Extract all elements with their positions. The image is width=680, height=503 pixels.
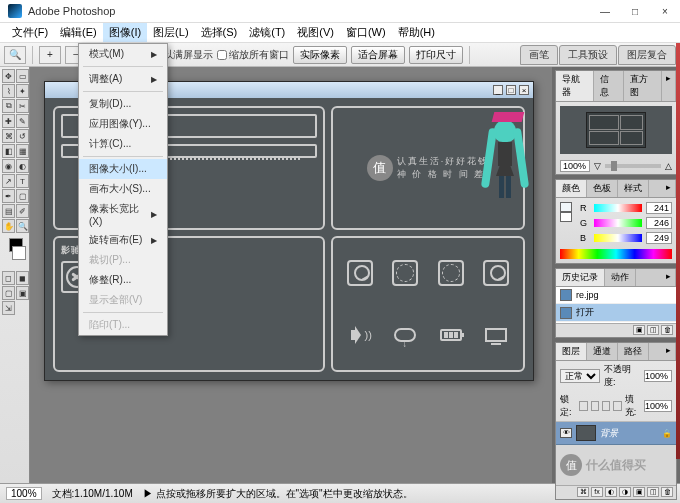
- marquee-tool[interactable]: ▭: [16, 69, 29, 83]
- eraser-tool[interactable]: ◧: [2, 144, 15, 158]
- path-tool[interactable]: ↗: [2, 174, 15, 188]
- minimize-button[interactable]: —: [590, 0, 620, 23]
- eyedropper-tool[interactable]: ✐: [16, 204, 29, 218]
- menu-item[interactable]: 模式(M)▶: [79, 44, 167, 64]
- tab-swatches[interactable]: 色板: [587, 180, 618, 197]
- doc-min-icon[interactable]: _: [493, 85, 503, 95]
- move-tool[interactable]: ✥: [2, 69, 15, 83]
- history-snapshot[interactable]: re.jpg: [556, 287, 676, 304]
- zoom-tool[interactable]: 🔍: [16, 219, 29, 233]
- menu-item[interactable]: 视图(V): [291, 23, 340, 42]
- stamp-tool[interactable]: ⌘: [2, 129, 15, 143]
- doc-max-icon[interactable]: □: [506, 85, 516, 95]
- layer-comps-tab[interactable]: 图层复合: [618, 45, 676, 65]
- menu-item[interactable]: 调整(A)▶: [79, 69, 167, 89]
- tab-color[interactable]: 颜色: [556, 180, 587, 197]
- lasso-tool[interactable]: ⌇: [2, 84, 15, 98]
- gradient-tool[interactable]: ▦: [16, 144, 29, 158]
- notes-tool[interactable]: ▤: [2, 204, 15, 218]
- new-snapshot-icon[interactable]: ◫: [647, 325, 659, 335]
- opacity-input[interactable]: [644, 370, 672, 382]
- dodge-tool[interactable]: ◐: [16, 159, 29, 173]
- panel-menu-icon[interactable]: ▸: [662, 180, 676, 197]
- menu-item[interactable]: 画布大小(S)...: [79, 179, 167, 199]
- r-value[interactable]: 241: [646, 202, 672, 214]
- trash-icon[interactable]: 🗑: [661, 325, 673, 335]
- pen-tool[interactable]: ✒: [2, 189, 15, 203]
- screen-mode-2[interactable]: ▣: [16, 286, 29, 300]
- wand-tool[interactable]: ✦: [16, 84, 29, 98]
- lock-transparent-icon[interactable]: [579, 401, 587, 411]
- color-swatches[interactable]: [2, 238, 29, 260]
- color-swatch-pair[interactable]: [560, 202, 572, 247]
- screen-mode-1[interactable]: ▢: [2, 286, 15, 300]
- panel-menu-icon[interactable]: ▸: [662, 343, 676, 360]
- color-ramp[interactable]: [560, 249, 672, 259]
- background-color[interactable]: [12, 246, 26, 260]
- print-size-button[interactable]: 打印尺寸: [409, 46, 463, 64]
- blur-tool[interactable]: ◉: [2, 159, 15, 173]
- quickmask-icon[interactable]: ◻: [2, 271, 15, 285]
- mask-icon[interactable]: ◐: [605, 487, 617, 497]
- heal-tool[interactable]: ✚: [2, 114, 15, 128]
- menu-item[interactable]: 旋转画布(E)▶: [79, 230, 167, 250]
- tab-history[interactable]: 历史记录: [556, 269, 605, 286]
- menu-item[interactable]: 选择(S): [195, 23, 244, 42]
- tool-presets-tab[interactable]: 工具预设: [559, 45, 617, 65]
- menu-item[interactable]: 编辑(E): [54, 23, 103, 42]
- trash-icon[interactable]: 🗑: [661, 487, 673, 497]
- menu-item[interactable]: 图像(I): [103, 23, 147, 42]
- zoom-out-icon[interactable]: ▽: [594, 161, 601, 171]
- link-icon[interactable]: ⌘: [577, 487, 589, 497]
- jump-to-icon[interactable]: ⇲: [2, 301, 15, 315]
- menu-item[interactable]: 滤镜(T): [243, 23, 291, 42]
- tab-paths[interactable]: 路径: [618, 343, 649, 360]
- lock-image-icon[interactable]: [591, 401, 599, 411]
- slice-tool[interactable]: ✂: [16, 99, 29, 113]
- tab-channels[interactable]: 通道: [587, 343, 618, 360]
- maximize-button[interactable]: □: [620, 0, 650, 23]
- brushes-tab[interactable]: 画笔: [520, 45, 558, 65]
- g-slider[interactable]: [594, 219, 642, 227]
- actual-pixels-button[interactable]: 实际像素: [293, 46, 347, 64]
- blend-mode-select[interactable]: 正常: [560, 369, 600, 383]
- layer-row[interactable]: 👁 背景 🔒: [556, 422, 676, 445]
- shape-tool[interactable]: ▢: [16, 189, 29, 203]
- menu-item[interactable]: 修整(R)...: [79, 270, 167, 290]
- navigator-preview[interactable]: [560, 106, 672, 154]
- tab-styles[interactable]: 样式: [618, 180, 649, 197]
- new-layer-icon[interactable]: ◫: [647, 487, 659, 497]
- zoom-all-checkbox[interactable]: 缩放所有窗口: [217, 48, 289, 62]
- menu-item[interactable]: 复制(D)...: [79, 94, 167, 114]
- status-zoom[interactable]: 100%: [6, 487, 42, 500]
- tab-info[interactable]: 信息: [594, 71, 624, 101]
- g-value[interactable]: 246: [646, 217, 672, 229]
- brush-tool[interactable]: ✎: [16, 114, 29, 128]
- tab-navigator[interactable]: 导航器: [556, 71, 594, 101]
- menu-item[interactable]: 窗口(W): [340, 23, 392, 42]
- adjust-icon[interactable]: ◑: [619, 487, 631, 497]
- menu-item[interactable]: 图像大小(I)...: [79, 159, 167, 179]
- new-doc-icon[interactable]: ▣: [633, 325, 645, 335]
- r-slider[interactable]: [594, 204, 642, 212]
- lock-all-icon[interactable]: [613, 401, 621, 411]
- fx-icon[interactable]: fx: [591, 487, 603, 497]
- crop-tool[interactable]: ⧉: [2, 99, 15, 113]
- menu-item[interactable]: 帮助(H): [392, 23, 441, 42]
- menu-item[interactable]: 文件(F): [6, 23, 54, 42]
- menu-item[interactable]: 计算(C)...: [79, 134, 167, 154]
- doc-close-icon[interactable]: ×: [519, 85, 529, 95]
- panel-menu-icon[interactable]: ▸: [662, 269, 676, 286]
- zoom-in-icon[interactable]: △: [665, 161, 672, 171]
- menu-item[interactable]: 应用图像(Y)...: [79, 114, 167, 134]
- panel-menu-icon[interactable]: ▸: [662, 71, 676, 101]
- type-tool[interactable]: T: [16, 174, 29, 188]
- visibility-icon[interactable]: 👁: [560, 428, 572, 438]
- tab-actions[interactable]: 动作: [605, 269, 636, 286]
- b-slider[interactable]: [594, 234, 642, 242]
- menu-item[interactable]: 图层(L): [147, 23, 194, 42]
- menu-item[interactable]: 像素长宽比(X)▶: [79, 199, 167, 230]
- zoom-tool-icon[interactable]: 🔍: [4, 46, 26, 64]
- zoom-in-icon[interactable]: +: [39, 46, 61, 64]
- tab-layers[interactable]: 图层: [556, 343, 587, 360]
